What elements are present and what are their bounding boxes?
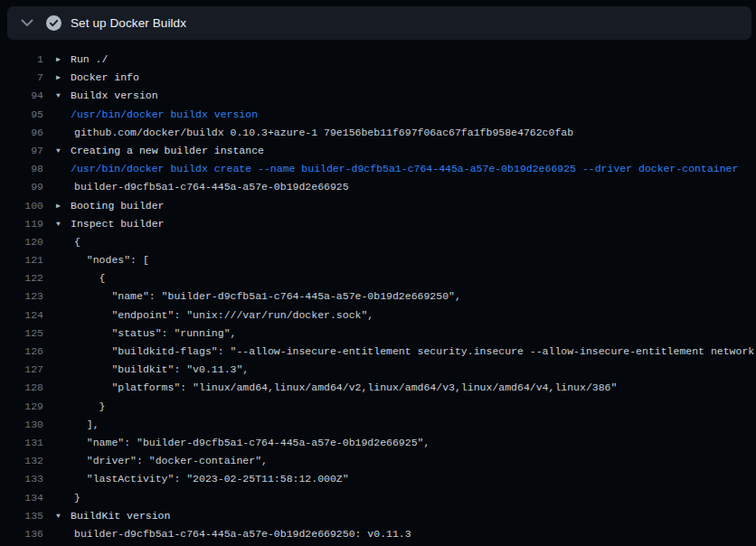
step-header[interactable]: Set up Docker Buildx [7,6,751,40]
line-number[interactable]: 133 [0,470,43,488]
log-output-line: 127 "buildkit": "v0.11.3", [0,361,756,379]
log-line-text: builder-d9cfb5a1-c764-445a-a57e-0b19d2e6… [71,525,411,543]
log-line-text[interactable]: Run ./ [71,51,108,69]
log-group-line: 100 ▶ Booting builder [0,197,756,215]
line-number[interactable]: 129 [0,398,43,416]
log-line-text[interactable]: Buildx version [71,87,158,105]
log-line-text[interactable]: Booting builder [71,197,165,215]
log-output-line: 122 { [0,269,756,287]
group-toggle-icon[interactable]: ▼ [56,215,71,233]
group-toggle-icon[interactable]: ▼ [56,507,71,525]
log-output-line: 123 "name": "builder-d9cfb5a1-c764-445a-… [0,287,756,306]
log-group-line: 97 ▼ Creating a new builder instance [0,142,756,160]
log-output-line: 131 "name": "builder-d9cfb5a1-c764-445a-… [0,434,756,452]
line-number[interactable]: 131 [0,434,43,452]
log-output-line: 129 } [0,398,756,416]
line-number[interactable]: 119 [0,215,43,233]
log-output-line: 121 "nodes": [ [0,251,756,269]
line-number[interactable]: 120 [0,233,43,251]
log-command-line: 95 /usr/bin/docker buildx version [0,106,756,124]
log-line-text: github.com/docker/buildx 0.10.3+azure-1 … [71,124,573,142]
line-number[interactable]: 121 [0,251,43,269]
log-line-text: "lastActivity": "2023-02-25T11:58:12.000… [71,470,349,488]
log-line-text: { [71,269,106,287]
log-line-text: "name": "builder-d9cfb5a1-c764-445a-a57e… [71,434,430,452]
log-output-line: 128 "platforms": "linux/amd64,linux/amd6… [0,379,756,397]
log-group-line: 7 ▶ Docker info [0,69,756,87]
line-number[interactable]: 122 [0,269,43,287]
log-line-text: "nodes": [ [71,251,149,269]
collapse-step-button[interactable] [16,13,38,34]
line-number[interactable]: 99 [0,178,43,196]
line-number[interactable]: 98 [0,160,43,178]
group-toggle-icon[interactable]: ▶ [56,51,71,69]
log-line-text[interactable]: Inspect builder [71,215,165,233]
log-line-text: ], [71,416,99,434]
log-line-text[interactable]: BuildKit version [71,507,170,525]
actions-log-viewer: Set up Docker Buildx 1 ▶ Run ./ 7 ▶ Dock… [0,0,756,546]
line-number[interactable]: 123 [0,287,43,306]
line-number[interactable]: 124 [0,306,43,325]
log-group-line: 119 ▼ Inspect builder [0,215,756,233]
log-output-line: 130 ], [0,416,756,434]
line-number[interactable]: 130 [0,416,43,434]
check-circle-icon [46,15,61,31]
line-number[interactable]: 7 [0,69,43,87]
log-line-text: } [71,489,80,507]
log-output-line: 134 } [0,489,756,507]
log-line-text: "buildkit": "v0.11.3", [71,361,249,379]
group-toggle-icon[interactable]: ▶ [56,197,71,215]
group-toggle-icon[interactable]: ▼ [56,142,71,160]
line-number[interactable]: 127 [0,361,43,379]
log-line-text: /usr/bin/docker buildx version [71,106,258,124]
log-group-line: 1 ▶ Run ./ [0,51,756,69]
log-line-text[interactable]: Docker info [71,69,139,87]
log-command-line: 98 /usr/bin/docker buildx create --name … [0,160,756,178]
line-number[interactable]: 1 [0,51,43,69]
log-line-text: "name": "builder-d9cfb5a1-c764-445a-a57e… [71,287,461,306]
log-output-line: 99 builder-d9cfb5a1-c764-445a-a57e-0b19d… [0,178,756,196]
step-title: Set up Docker Buildx [71,16,186,30]
group-toggle-icon[interactable]: ▶ [56,69,71,87]
line-number[interactable]: 96 [0,124,43,142]
log-line-text: { [71,233,80,251]
line-number[interactable]: 95 [0,106,43,124]
line-number[interactable]: 134 [0,489,43,507]
log-line-text: "endpoint": "unix:///var/run/docker.sock… [71,306,373,325]
log-output-line: 136 builder-d9cfb5a1-c764-445a-a57e-0b19… [0,525,756,543]
log-line-text: "platforms": "linux/amd64,linux/amd64/v2… [71,379,617,397]
log-line-text: "buildkitd-flags": "--allow-insecure-ent… [71,343,756,361]
log-output-line: 133 "lastActivity": "2023-02-25T11:58:12… [0,470,756,488]
log-output-line: 124 "endpoint": "unix:///var/run/docker.… [0,306,756,325]
line-number[interactable]: 132 [0,452,43,470]
line-number[interactable]: 97 [0,142,43,160]
log-output-line: 125 "status": "running", [0,325,756,343]
line-number[interactable]: 94 [0,87,43,105]
line-number[interactable]: 128 [0,379,43,397]
log-area[interactable]: 1 ▶ Run ./ 7 ▶ Docker info 94 ▼ Buildx v… [0,40,756,546]
log-line-text[interactable]: Creating a new builder instance [71,142,264,160]
log-group-line: 94 ▼ Buildx version [0,87,756,105]
log-line-text: "status": "running", [71,325,236,343]
line-number[interactable]: 136 [0,525,43,543]
line-number[interactable]: 126 [0,343,43,361]
log-line-text: builder-d9cfb5a1-c764-445a-a57e-0b19d2e6… [71,178,349,196]
log-line-text: /usr/bin/docker buildx create --name bui… [71,160,738,178]
log-output-line: 126 "buildkitd-flags": "--allow-insecure… [0,343,756,361]
group-toggle-icon[interactable]: ▼ [56,87,71,105]
log-line-text: "driver": "docker-container", [71,452,268,470]
line-number[interactable]: 125 [0,325,43,343]
log-output-line: 96 github.com/docker/buildx 0.10.3+azure… [0,124,756,142]
log-output-line: 132 "driver": "docker-container", [0,452,756,470]
line-number[interactable]: 100 [0,197,43,215]
log-group-line: 135 ▼ BuildKit version [0,507,756,525]
chevron-down-icon [21,19,33,27]
log-line-text: } [71,398,106,416]
log-output-line: 120 { [0,233,756,251]
line-number[interactable]: 135 [0,507,43,525]
